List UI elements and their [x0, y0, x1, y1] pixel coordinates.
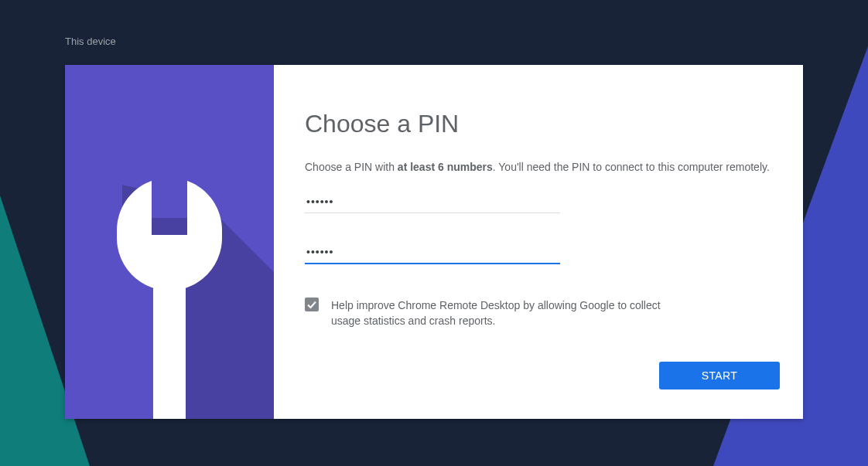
description-bold: at least 6 numbers: [398, 161, 493, 173]
card-body: Choose a PIN Choose a PIN with at least …: [274, 65, 803, 419]
svg-rect-1: [152, 165, 187, 218]
dialog-title: Choose a PIN: [305, 110, 772, 138]
checkmark-icon: [305, 298, 319, 311]
section-label: This device: [65, 36, 116, 47]
pin-confirm-input[interactable]: [305, 240, 560, 264]
description-post: . You'll need the PIN to connect to this…: [493, 161, 770, 173]
usage-stats-row: Help improve Chrome Remote Desktop by al…: [305, 298, 661, 329]
pin-input[interactable]: [305, 189, 560, 213]
start-button[interactable]: START: [659, 362, 780, 389]
wrench-icon: [65, 65, 274, 419]
usage-stats-label: Help improve Chrome Remote Desktop by al…: [331, 298, 661, 329]
usage-stats-checkbox[interactable]: [305, 298, 319, 311]
description-pre: Choose a PIN with: [305, 161, 398, 173]
wrench-illustration: [65, 65, 274, 419]
dialog-description: Choose a PIN with at least 6 numbers. Yo…: [305, 160, 772, 175]
svg-rect-2: [153, 264, 186, 419]
setup-card: Choose a PIN Choose a PIN with at least …: [65, 65, 803, 419]
